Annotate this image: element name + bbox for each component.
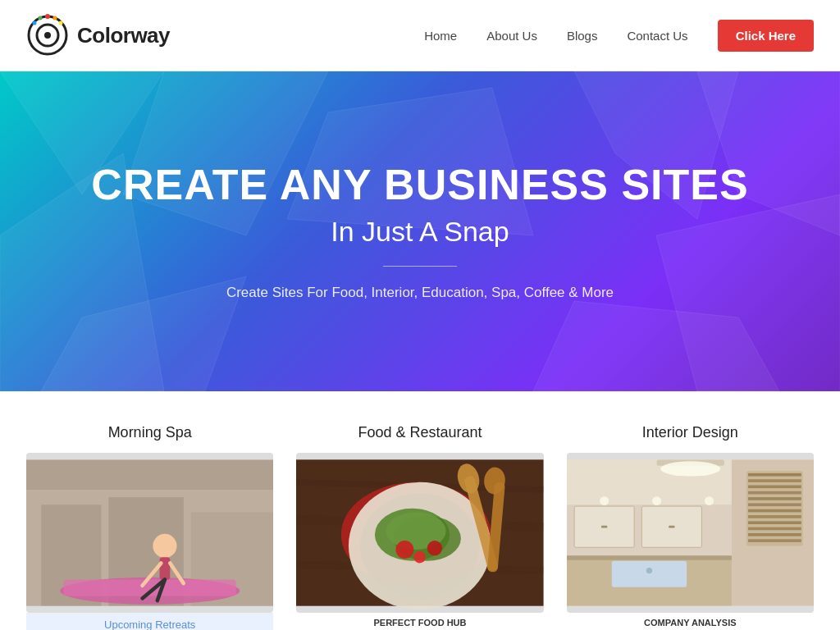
svg-point-6	[39, 16, 43, 21]
hero-title: CREATE ANY BUSINESS SITES	[91, 162, 748, 208]
food-figure	[296, 453, 543, 613]
svg-point-76	[705, 496, 714, 505]
svg-rect-58	[748, 503, 801, 506]
hero-subtitle: In Just A Snap	[91, 216, 748, 248]
interior-figure	[567, 453, 814, 613]
hero-description: Create Sites For Food, Interior, Educati…	[91, 285, 748, 301]
svg-rect-62	[748, 527, 801, 531]
spa-bottom-strip: Upcoming Retreats	[26, 613, 273, 630]
svg-rect-60	[748, 515, 801, 518]
interior-card: Interior Design	[567, 424, 814, 630]
svg-point-75	[652, 496, 661, 505]
svg-point-73	[646, 568, 651, 573]
logo-icon	[26, 14, 69, 57]
spa-figure	[26, 453, 273, 613]
svg-point-3	[45, 14, 50, 19]
food-card-title: Food & Restaurant	[296, 424, 543, 441]
svg-rect-70	[601, 526, 607, 528]
svg-point-42	[427, 541, 442, 555]
cards-grid: Morning Spa	[26, 424, 814, 630]
svg-rect-54	[748, 479, 801, 482]
cards-section: Morning Spa	[0, 391, 840, 630]
spa-card-title: Morning Spa	[26, 424, 273, 441]
hero-divider	[383, 266, 457, 267]
food-card-image	[296, 453, 543, 613]
logo-area: Colorway	[26, 14, 170, 57]
nav-contact[interactable]: Contact Us	[627, 29, 687, 43]
svg-point-7	[33, 21, 37, 25]
svg-rect-25	[160, 557, 171, 579]
spa-card: Morning Spa	[26, 424, 273, 630]
spa-card-image	[26, 453, 273, 613]
svg-point-43	[414, 551, 427, 564]
logo-text: Colorway	[77, 23, 170, 48]
nav: Home About Us Blogs Contact Us Click Her…	[424, 20, 814, 52]
interior-card-title: Interior Design	[567, 424, 814, 441]
header: Colorway Home About Us Blogs Contact Us …	[0, 0, 840, 71]
nav-about[interactable]: About Us	[486, 29, 537, 43]
svg-point-24	[153, 534, 176, 558]
svg-point-5	[59, 21, 63, 25]
cta-button[interactable]: Click Here	[718, 20, 814, 52]
svg-point-2	[44, 32, 51, 39]
nav-blogs[interactable]: Blogs	[567, 29, 598, 43]
interior-card-bottom: COMPANY ANALYSIS Lorem ipsum dolor sit a…	[567, 613, 814, 630]
hero-content: CREATE ANY BUSINESS SITES In Just A Snap…	[75, 162, 765, 300]
nav-home[interactable]: Home	[424, 29, 457, 43]
svg-rect-72	[611, 561, 686, 587]
svg-rect-64	[748, 539, 801, 542]
svg-marker-16	[533, 301, 779, 391]
svg-rect-55	[748, 486, 801, 489]
svg-rect-67	[567, 555, 732, 559]
hero-section: CREATE ANY BUSINESS SITES In Just A Snap…	[0, 71, 840, 391]
svg-rect-63	[748, 533, 801, 536]
food-card: Food & Restaurant	[296, 424, 543, 630]
interior-overlay-title: COMPANY ANALYSIS	[575, 618, 806, 628]
food-card-bottom: PERFECT FOOD HUB Our hospitality begins …	[296, 613, 543, 630]
svg-rect-59	[748, 509, 801, 513]
svg-rect-71	[669, 526, 674, 528]
svg-rect-53	[748, 473, 801, 477]
food-overlay-title: PERFECT FOOD HUB	[304, 618, 535, 628]
svg-rect-56	[748, 491, 801, 495]
svg-rect-57	[748, 497, 801, 500]
svg-point-74	[600, 496, 609, 505]
svg-rect-61	[748, 521, 801, 524]
svg-point-50	[660, 461, 720, 476]
svg-point-4	[53, 16, 57, 21]
spa-overlay-title: Upcoming Retreats	[104, 619, 195, 630]
svg-point-41	[396, 541, 414, 559]
interior-card-image	[567, 453, 814, 613]
